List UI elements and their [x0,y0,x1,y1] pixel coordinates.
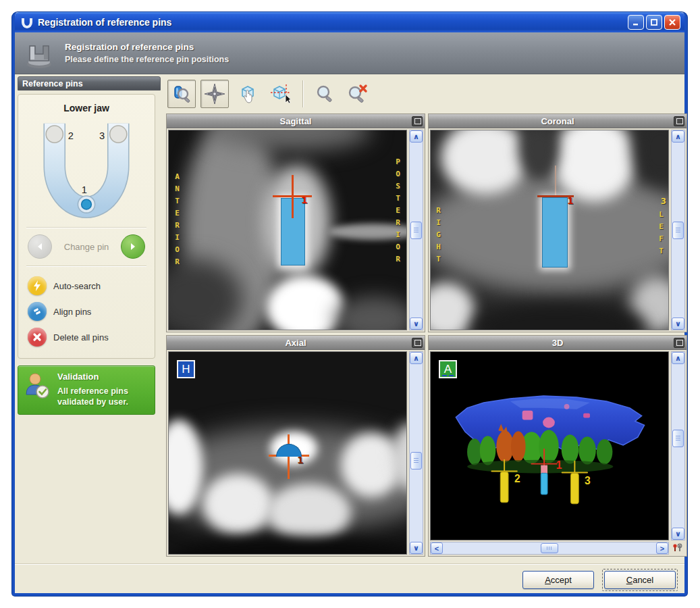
maximize-viewport-icon[interactable] [412,338,423,348]
scroll-thumb[interactable] [410,452,422,470]
maximize-viewport-icon[interactable] [674,338,684,348]
cancel-focus-ring: Cancel [602,569,678,591]
badge-dash [449,375,454,377]
sagittal-title: Sagittal [280,116,312,126]
scroll-thumb[interactable] [672,430,684,447]
scroll-down-icon[interactable]: ∨ [410,318,423,330]
validation-line2: validated by user. [57,397,128,407]
3d-horizontal-scrollbar[interactable]: < > [430,542,669,555]
scroll-thumb[interactable] [672,222,684,239]
axial-titlebar: Axial [167,336,425,350]
divider [26,265,146,266]
maximize-viewport-icon[interactable] [674,116,684,126]
sidebar-header: Reference pins [18,76,161,91]
delete-all-pins-button[interactable]: Delete all pins [25,324,148,350]
sagittal-posterior-label: POSTERIOR [394,157,402,267]
3d-vertical-scrollbar[interactable]: ∧ ∨ [671,351,685,540]
validation-box: Validation All reference pins validated … [18,365,155,415]
coronal-ct-image[interactable]: 1 RIGHT LEFT 3 [430,130,669,330]
arrow-left-icon [35,242,45,251]
align-pins-icon [28,302,47,321]
toolbar-separator [302,80,303,107]
viewport-sagittal: Sagittal [166,113,425,332]
cube-select-button[interactable] [267,80,295,108]
header-title: Registration of reference pins [65,42,229,52]
bite-block-icon [22,36,57,70]
axial-crosshair-v [288,434,290,479]
cube-select-slices-icon [269,83,292,105]
window-titlebar[interactable]: Registration of reference pins [15,12,684,32]
sidebar-title: Reference pins [22,79,83,88]
jaw-pin1-label: 1 [82,184,87,195]
next-pin-button[interactable] [121,234,145,259]
sagittal-anterior-label: ANTERIOR [173,172,182,270]
axial-title: Axial [285,338,306,348]
viewport-3d: 3D [428,335,687,557]
zoom-icon [315,84,335,104]
view-toolbar [166,76,682,112]
jaw-panel: Lower jaw 2 [18,94,155,359]
close-icon [668,18,676,26]
coronal-pin3-edge-number: 3 [661,197,666,206]
3d-title: 3D [552,338,564,348]
sagittal-ct-image[interactable]: 1 ANTERIOR POSTERIOR [168,130,407,330]
scroll-up-icon[interactable]: ∧ [672,352,684,364]
viewport-axial: Axial H [166,335,425,557]
minimize-icon [632,18,640,26]
scroll-left-icon[interactable]: < [431,542,443,554]
validation-line1: All reference pins [57,386,128,396]
scroll-up-icon[interactable]: ∧ [410,352,423,364]
coronal-title: Coronal [541,116,574,126]
scroll-up-icon[interactable]: ∧ [410,130,423,143]
close-button[interactable] [664,15,680,30]
zoom-reset-button[interactable] [344,80,372,108]
cancel-button[interactable]: Cancel [604,571,676,589]
dialog-window: Registration of reference pins Registrat… [12,12,687,596]
jaw-pin1-marker [82,199,92,209]
cube-pan-button[interactable] [234,80,262,108]
jaw-pin3-marker [110,126,127,143]
minimize-button[interactable] [628,15,644,30]
coronal-vertical-scrollbar[interactable]: ∧ ∨ [671,130,685,330]
pin-tools-corner [670,542,685,555]
scroll-down-icon[interactable]: ∨ [410,542,423,554]
pin-magnifier-button[interactable] [167,80,196,108]
coronal-pin[interactable] [542,197,568,268]
3d-orientation-letter: A [444,363,452,376]
sidebar-reference-pins: Reference pins Lower jaw [18,76,161,563]
delete-all-pins-label: Delete all pins [53,332,109,343]
scroll-down-icon[interactable]: ∨ [672,318,684,330]
coronal-right-label: RIGHT [434,206,443,267]
change-pin-control: Change pin [22,233,151,260]
align-pins-button[interactable]: Align pins [25,299,148,324]
sagittal-vertical-scrollbar[interactable]: ∧ ∨ [409,130,423,330]
viewport-grid: Sagittal [166,113,687,557]
3d-jaw-model: 1 2 3 [431,352,668,540]
3d-titlebar: 3D [429,336,686,350]
scroll-down-icon[interactable]: ∨ [672,528,684,540]
header-subtitle: Please define the reference pin position… [65,55,229,64]
auto-search-button[interactable]: Auto-search [25,273,148,299]
scroll-right-icon[interactable]: > [656,542,668,554]
accept-button[interactable]: Accept [522,571,594,589]
scroll-up-icon[interactable]: ∧ [672,130,684,143]
3d-orientation-badge: A [439,360,457,378]
arrow-right-icon [128,242,138,251]
previous-pin-button[interactable] [28,234,52,259]
navigate-button[interactable] [200,80,229,108]
axial-vertical-scrollbar[interactable]: ∧ ∨ [409,351,423,555]
window-title: Registration of reference pins [38,17,628,28]
maximize-icon [650,18,658,26]
change-pin-label: Change pin [64,242,109,252]
coronal-titlebar: Coronal [429,114,686,128]
zoom-button[interactable] [311,80,339,108]
viewport-coronal: Coronal [428,113,687,332]
maximize-button[interactable] [646,15,662,30]
scroll-thumb[interactable] [410,222,422,239]
jaw-pin2-marker [46,126,63,143]
scroll-thumb[interactable] [541,543,558,553]
maximize-viewport-icon[interactable] [412,116,423,126]
badge-dash [442,375,447,377]
axial-ct-image[interactable]: H 1 [168,351,407,555]
3d-rendering[interactable]: 1 2 3 A [430,351,669,540]
